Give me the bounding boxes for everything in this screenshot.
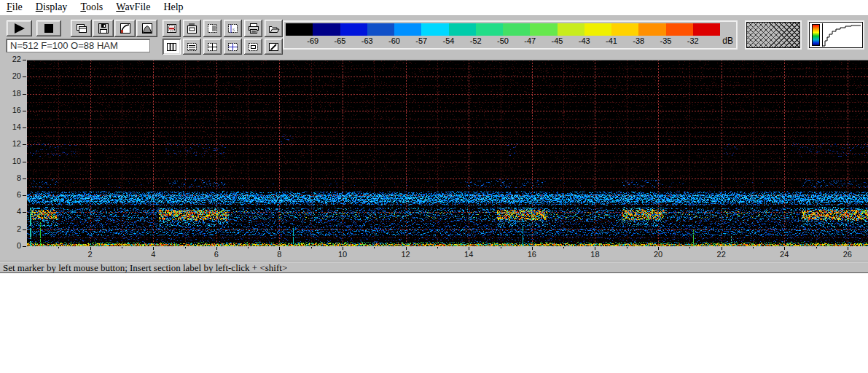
- status-text: Set marker by left mouse button; Insert …: [3, 262, 287, 273]
- x-axis-tick: [437, 247, 438, 248]
- db-color-strip: [286, 23, 720, 36]
- transfer-curve-icon: [120, 23, 131, 34]
- select-region-icon: [207, 23, 218, 34]
- db-color-segment: [286, 23, 313, 36]
- analysis-params-field[interactable]: N=512 F=100 O=88 HAM: [6, 39, 150, 52]
- print-button[interactable]: [244, 20, 262, 37]
- x-axis-label: 10: [338, 250, 347, 259]
- x-axis-label: 14: [464, 250, 473, 259]
- transfer-curve-button[interactable]: [114, 20, 136, 37]
- marker-comb-button[interactable]: [183, 20, 201, 37]
- db-tick-label: -35: [660, 36, 672, 45]
- x-axis-tick: [122, 247, 122, 248]
- x-axis-label: 26: [843, 250, 852, 259]
- view-columns-button[interactable]: [163, 39, 181, 55]
- db-color-segment: [449, 23, 476, 36]
- view-grid-blue-icon: [227, 42, 238, 52]
- db-color-segment: [421, 23, 448, 36]
- x-axis-label: 24: [780, 250, 789, 259]
- edit-label-button[interactable]: [265, 39, 283, 55]
- db-tick-label: -41: [606, 36, 617, 45]
- db-tick-label: -54: [443, 36, 455, 45]
- db-color-segment: [611, 23, 638, 36]
- x-axis-label: 2: [88, 250, 93, 259]
- db-tick-label: -63: [361, 36, 373, 45]
- y-axis-tick: [23, 76, 26, 77]
- db-color-segment: [666, 23, 693, 36]
- y-axis-tick: [23, 60, 26, 60]
- transfer-curve-display: [809, 22, 863, 48]
- y-axis-tick: [23, 94, 26, 95]
- open-file-button[interactable]: [265, 20, 283, 37]
- view-list-button[interactable]: [183, 39, 201, 55]
- display-frame-button[interactable]: [163, 20, 181, 37]
- y-axis-label: 22: [4, 55, 21, 63]
- x-axis-tick: [816, 247, 817, 248]
- x-axis-tick: [248, 247, 249, 248]
- db-color-segment: [584, 23, 611, 36]
- x-axis-tick: [58, 247, 59, 248]
- db-color-segment: [367, 23, 394, 36]
- db-tick-label: -38: [633, 36, 644, 45]
- menu-item-display[interactable]: Display: [29, 0, 74, 13]
- db-tick-label: -60: [388, 36, 400, 45]
- y-axis-label: 0: [4, 241, 21, 250]
- y-axis-label: 4: [4, 207, 21, 216]
- x-axis-label: 4: [151, 250, 155, 259]
- x-axis-label: 18: [590, 250, 599, 259]
- y-axis-tick: [23, 178, 26, 179]
- y-axis-label: 18: [4, 89, 21, 98]
- db-color-segment: [476, 23, 503, 36]
- view-grid-blue-button[interactable]: [224, 39, 242, 55]
- menu-item-wavfile[interactable]: WavFile: [109, 0, 157, 13]
- x-axis-label: 22: [717, 250, 726, 259]
- y-axis-tick: [23, 229, 26, 230]
- status-bar: Set marker by left mouse button; Insert …: [0, 261, 868, 273]
- y-axis-label: 6: [4, 190, 21, 199]
- stop-button[interactable]: [36, 20, 61, 36]
- spectrogram-region: 0246810121416182022246810121416182022242…: [0, 55, 868, 261]
- texture-pattern-box: [745, 20, 802, 50]
- x-axis-tick: [501, 247, 501, 248]
- copy-display-button[interactable]: [71, 20, 92, 37]
- sections-button[interactable]: s: [224, 20, 242, 37]
- svg-text:s: s: [232, 25, 235, 33]
- db-tick-label: -69: [307, 36, 318, 45]
- fft-window-icon: [141, 23, 153, 34]
- db-color-segment: [693, 23, 720, 36]
- db-tick-label: -52: [470, 36, 482, 45]
- menu-item-help[interactable]: Help: [157, 0, 189, 13]
- copy-display-icon: [76, 23, 87, 34]
- fft-window-button[interactable]: [136, 20, 157, 37]
- db-tick-label: -45: [552, 36, 563, 45]
- x-axis-tick: [563, 247, 564, 248]
- db-color-segment: [638, 23, 665, 36]
- view-grid-button[interactable]: [203, 39, 222, 55]
- menu-item-file[interactable]: File: [0, 0, 29, 13]
- y-axis-tick: [23, 162, 26, 162]
- db-color-scale: -69-65-63-60-57-54-52-50-47-45-43-41-38-…: [283, 20, 738, 50]
- y-axis-tick: [23, 246, 26, 247]
- y-axis-label: 14: [4, 122, 21, 131]
- stop-icon: [44, 24, 53, 33]
- select-region-button[interactable]: [203, 20, 222, 37]
- db-color-segment: [394, 23, 421, 36]
- y-axis-tick: [23, 127, 26, 128]
- spectrogram-canvas[interactable]: [27, 60, 868, 246]
- x-axis-label: 8: [277, 250, 281, 259]
- view-inner-frame-icon: [248, 42, 259, 52]
- save-button[interactable]: [93, 20, 114, 37]
- sections-icon: s: [227, 23, 238, 34]
- db-color-segment: [313, 23, 340, 36]
- y-axis-tick: [23, 195, 26, 196]
- y-axis-tick: [23, 111, 26, 111]
- y-axis-label: 16: [4, 106, 21, 114]
- save-icon: [98, 23, 109, 34]
- y-axis-label: 10: [4, 157, 21, 165]
- x-axis-tick: [627, 247, 627, 248]
- menu-bar: FileDisplayToolsWavFileHelp: [0, 0, 868, 16]
- play-button[interactable]: [7, 20, 32, 36]
- y-axis-label: 2: [4, 224, 21, 233]
- menu-item-tools[interactable]: Tools: [74, 0, 109, 13]
- view-inner-frame-button[interactable]: [244, 39, 262, 55]
